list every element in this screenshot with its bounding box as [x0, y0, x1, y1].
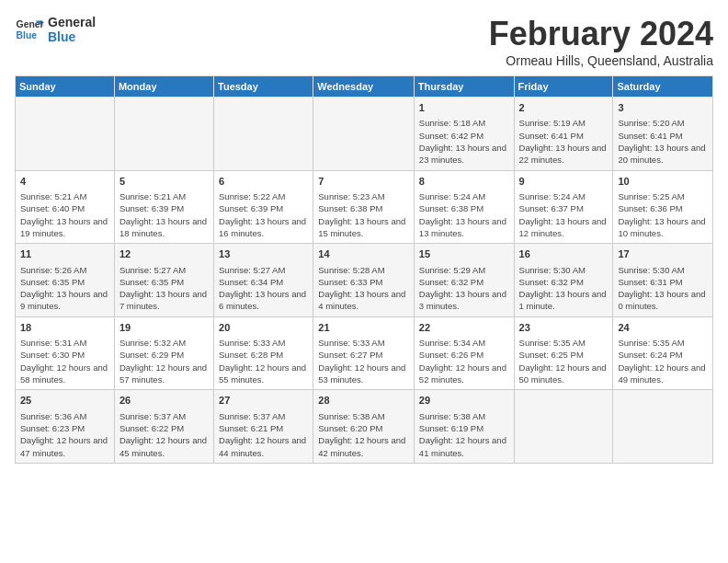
day-info: Sunrise: 5:32 AMSunset: 6:29 PMDaylight:… [119, 337, 209, 385]
day-number: 24 [618, 321, 708, 335]
calendar-cell: 1Sunrise: 5:18 AMSunset: 6:42 PMDaylight… [414, 98, 514, 171]
day-info: Sunrise: 5:21 AMSunset: 6:40 PMDaylight:… [20, 190, 109, 239]
day-number: 12 [119, 247, 209, 261]
day-info: Sunrise: 5:30 AMSunset: 6:31 PMDaylight:… [618, 264, 708, 313]
day-info: Sunrise: 5:26 AMSunset: 6:35 PMDaylight:… [20, 264, 109, 313]
day-number: 8 [419, 175, 509, 189]
day-number: 10 [618, 175, 708, 189]
day-info: Sunrise: 5:33 AMSunset: 6:27 PMDaylight:… [318, 337, 409, 385]
week-row-3: 11Sunrise: 5:26 AMSunset: 6:35 PMDayligh… [16, 244, 713, 317]
week-row-2: 4Sunrise: 5:21 AMSunset: 6:40 PMDaylight… [16, 170, 713, 244]
header-thursday: Thursday [414, 76, 514, 98]
calendar-cell: 27Sunrise: 5:37 AMSunset: 6:21 PMDayligh… [214, 390, 313, 464]
day-number: 21 [318, 321, 409, 335]
day-number: 2 [519, 101, 609, 115]
header-saturday: Saturday [613, 76, 713, 98]
day-info: Sunrise: 5:36 AMSunset: 6:23 PMDaylight:… [20, 410, 109, 459]
location-subtitle: Ormeau Hills, Queensland, Australia [489, 53, 713, 68]
day-number: 25 [20, 394, 109, 408]
calendar-cell: 23Sunrise: 5:35 AMSunset: 6:25 PMDayligh… [514, 316, 613, 390]
logo-icon: General Blue [15, 15, 44, 44]
logo: General Blue General Blue [15, 15, 96, 44]
day-number: 22 [419, 321, 509, 335]
calendar-cell [514, 390, 613, 464]
week-row-5: 25Sunrise: 5:36 AMSunset: 6:23 PMDayligh… [16, 390, 713, 464]
calendar-cell: 13Sunrise: 5:27 AMSunset: 6:34 PMDayligh… [214, 244, 313, 317]
calendar-cell [613, 390, 713, 464]
day-number: 23 [519, 321, 609, 335]
day-info: Sunrise: 5:38 AMSunset: 6:19 PMDaylight:… [419, 410, 509, 459]
header-monday: Monday [114, 76, 213, 98]
day-info: Sunrise: 5:20 AMSunset: 6:41 PMDaylight:… [618, 117, 708, 166]
day-info: Sunrise: 5:23 AMSunset: 6:38 PMDaylight:… [318, 190, 409, 239]
day-number: 4 [20, 175, 109, 189]
day-number: 27 [219, 394, 308, 408]
title-block: February 2024 Ormeau Hills, Queensland, … [489, 15, 713, 68]
calendar-cell: 12Sunrise: 5:27 AMSunset: 6:35 PMDayligh… [114, 244, 213, 317]
day-info: Sunrise: 5:37 AMSunset: 6:21 PMDaylight:… [219, 410, 308, 459]
day-info: Sunrise: 5:35 AMSunset: 6:25 PMDaylight:… [519, 337, 609, 385]
calendar-cell: 28Sunrise: 5:38 AMSunset: 6:20 PMDayligh… [313, 390, 415, 464]
header-sunday: Sunday [16, 76, 115, 98]
calendar-cell: 20Sunrise: 5:33 AMSunset: 6:28 PMDayligh… [214, 316, 313, 390]
calendar-cell: 10Sunrise: 5:25 AMSunset: 6:36 PMDayligh… [613, 170, 713, 244]
day-info: Sunrise: 5:25 AMSunset: 6:36 PMDaylight:… [618, 190, 708, 239]
calendar-cell: 7Sunrise: 5:23 AMSunset: 6:38 PMDaylight… [313, 170, 415, 244]
calendar-cell: 29Sunrise: 5:38 AMSunset: 6:19 PMDayligh… [414, 390, 514, 464]
day-info: Sunrise: 5:35 AMSunset: 6:24 PMDaylight:… [618, 337, 708, 385]
calendar-cell: 17Sunrise: 5:30 AMSunset: 6:31 PMDayligh… [613, 244, 713, 317]
calendar-cell: 4Sunrise: 5:21 AMSunset: 6:40 PMDaylight… [16, 170, 115, 244]
logo-blue: Blue [48, 29, 96, 44]
calendar-cell: 5Sunrise: 5:21 AMSunset: 6:39 PMDaylight… [114, 170, 213, 244]
calendar-cell: 11Sunrise: 5:26 AMSunset: 6:35 PMDayligh… [16, 244, 115, 317]
day-number: 1 [419, 101, 509, 115]
calendar-cell: 6Sunrise: 5:22 AMSunset: 6:39 PMDaylight… [214, 170, 313, 244]
logo-general: General [48, 15, 96, 29]
day-number: 15 [419, 247, 509, 261]
calendar-cell: 24Sunrise: 5:35 AMSunset: 6:24 PMDayligh… [613, 316, 713, 390]
calendar-cell: 8Sunrise: 5:24 AMSunset: 6:38 PMDaylight… [414, 170, 514, 244]
day-number: 16 [519, 247, 609, 261]
day-number: 7 [318, 175, 409, 189]
month-title: February 2024 [489, 15, 713, 53]
day-number: 5 [119, 175, 209, 189]
day-info: Sunrise: 5:37 AMSunset: 6:22 PMDaylight:… [119, 410, 209, 459]
page-header: General Blue General Blue February 2024 … [15, 15, 713, 68]
day-number: 9 [519, 175, 609, 189]
calendar-cell: 9Sunrise: 5:24 AMSunset: 6:37 PMDaylight… [514, 170, 613, 244]
week-row-1: 1Sunrise: 5:18 AMSunset: 6:42 PMDaylight… [16, 98, 713, 171]
calendar-cell: 2Sunrise: 5:19 AMSunset: 6:41 PMDaylight… [514, 98, 613, 171]
header-tuesday: Tuesday [214, 76, 313, 98]
day-info: Sunrise: 5:30 AMSunset: 6:32 PMDaylight:… [519, 264, 609, 313]
calendar-cell: 22Sunrise: 5:34 AMSunset: 6:26 PMDayligh… [414, 316, 514, 390]
day-info: Sunrise: 5:27 AMSunset: 6:35 PMDaylight:… [119, 264, 209, 313]
calendar-cell [214, 98, 313, 171]
day-info: Sunrise: 5:27 AMSunset: 6:34 PMDaylight:… [219, 264, 308, 313]
calendar-cell: 26Sunrise: 5:37 AMSunset: 6:22 PMDayligh… [114, 390, 213, 464]
calendar-cell [313, 98, 415, 171]
day-number: 19 [119, 321, 209, 335]
day-number: 28 [318, 394, 409, 408]
day-info: Sunrise: 5:28 AMSunset: 6:33 PMDaylight:… [318, 264, 409, 313]
calendar-cell: 18Sunrise: 5:31 AMSunset: 6:30 PMDayligh… [16, 316, 115, 390]
day-info: Sunrise: 5:24 AMSunset: 6:37 PMDaylight:… [519, 190, 609, 239]
day-info: Sunrise: 5:31 AMSunset: 6:30 PMDaylight:… [20, 337, 109, 385]
day-info: Sunrise: 5:29 AMSunset: 6:32 PMDaylight:… [419, 264, 509, 313]
calendar-cell [114, 98, 213, 171]
day-number: 29 [419, 394, 509, 408]
calendar-cell [16, 98, 115, 171]
day-info: Sunrise: 5:18 AMSunset: 6:42 PMDaylight:… [419, 117, 509, 166]
header-row: SundayMondayTuesdayWednesdayThursdayFrid… [16, 76, 713, 98]
header-friday: Friday [514, 76, 613, 98]
day-number: 13 [219, 247, 308, 261]
day-info: Sunrise: 5:22 AMSunset: 6:39 PMDaylight:… [219, 190, 308, 239]
calendar-cell: 14Sunrise: 5:28 AMSunset: 6:33 PMDayligh… [313, 244, 415, 317]
day-number: 6 [219, 175, 308, 189]
svg-text:Blue: Blue [17, 30, 38, 40]
calendar-cell: 15Sunrise: 5:29 AMSunset: 6:32 PMDayligh… [414, 244, 514, 317]
calendar-cell: 21Sunrise: 5:33 AMSunset: 6:27 PMDayligh… [313, 316, 415, 390]
day-info: Sunrise: 5:34 AMSunset: 6:26 PMDaylight:… [419, 337, 509, 385]
calendar-cell: 16Sunrise: 5:30 AMSunset: 6:32 PMDayligh… [514, 244, 613, 317]
day-number: 3 [618, 101, 708, 115]
day-number: 14 [318, 247, 409, 261]
